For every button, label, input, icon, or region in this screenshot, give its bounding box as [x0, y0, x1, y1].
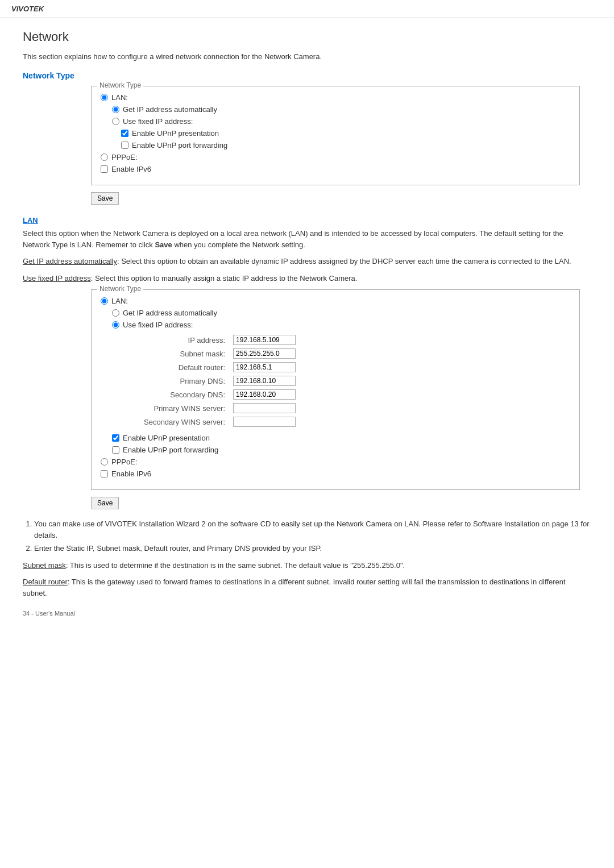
secondary-dns-row: Secondary DNS: — [142, 388, 298, 401]
primary-wins-input[interactable] — [233, 403, 296, 413]
box2-enable-ipv6-row: Enable IPv6 — [101, 470, 570, 478]
enable-ipv6-checkbox[interactable] — [101, 165, 108, 173]
box2-pppoe-radio[interactable] — [101, 458, 108, 466]
primary-dns-label: Primary DNS: — [142, 375, 230, 387]
box2-lan-radio-row: LAN: — [101, 297, 570, 305]
lan-heading: LAN — [23, 216, 591, 225]
box2-enable-upnp-pres-row: Enable UPnP presentation — [112, 434, 570, 442]
primary-dns-input[interactable] — [233, 376, 296, 386]
note-item-2: Enter the Static IP, Subnet mask, Defaul… — [34, 543, 591, 554]
box2-use-fixed-ip-label: Use fixed IP address: — [123, 321, 193, 329]
subnet-mask-input[interactable] — [233, 348, 296, 359]
box2-enable-upnp-pres-label: Enable UPnP presentation — [123, 434, 210, 442]
intro-text: This section explains how to configure a… — [23, 52, 591, 61]
get-ip-auto-label: Get IP address automatically — [123, 105, 217, 114]
box2-get-ip-auto-radio[interactable] — [112, 309, 119, 317]
enable-upnp-pres-row: Enable UPnP presentation — [121, 129, 570, 138]
use-fixed-ip-link: Use fixed IP address — [23, 274, 91, 283]
subnet-mask-row: Subnet mask: — [142, 347, 298, 360]
ip-address-label: IP address: — [142, 334, 230, 346]
pppoe-label: PPPoE: — [111, 153, 138, 161]
box2-get-ip-auto-row: Get IP address automatically — [112, 309, 570, 317]
note-item-1: You can make use of VIVOTEK Installation… — [34, 518, 591, 541]
page-header: VIVOTEK — [0, 0, 614, 18]
box2-enable-upnp-port-checkbox[interactable] — [112, 446, 119, 454]
box2-pppoe-label: PPPoE: — [111, 458, 138, 466]
secondary-wins-row: Secondary WINS server: — [142, 416, 298, 428]
box2-use-fixed-ip-radio[interactable] — [112, 321, 119, 329]
secondary-dns-label: Secondary DNS: — [142, 388, 230, 401]
enable-upnp-pres-checkbox[interactable] — [121, 130, 128, 137]
box2-enable-ipv6-label: Enable IPv6 — [111, 470, 151, 478]
box2-enable-upnp-pres-checkbox[interactable] — [112, 434, 119, 442]
notes-list: You can make use of VIVOTEK Installation… — [34, 518, 591, 554]
primary-wins-row: Primary WINS server: — [142, 402, 298, 414]
lan-label: LAN: — [111, 93, 128, 102]
subnet-mask-description: Subnet mask: This is used to determine i… — [23, 560, 591, 571]
main-content: Network This section explains how to con… — [0, 24, 614, 639]
subnet-mask-label: Subnet mask: — [142, 347, 230, 360]
primary-wins-label: Primary WINS server: — [142, 402, 230, 414]
box2-lan-label: LAN: — [111, 297, 128, 305]
enable-upnp-port-row: Enable UPnP port forwarding — [121, 141, 570, 149]
ip-address-row: IP address: — [142, 334, 298, 346]
network-type-box1: Network Type LAN: Get IP address automat… — [91, 86, 580, 185]
get-ip-auto-row: Get IP address automatically — [112, 105, 570, 114]
enable-upnp-port-label: Enable UPnP port forwarding — [132, 141, 227, 149]
secondary-wins-input[interactable] — [233, 417, 296, 427]
box2-get-ip-auto-label: Get IP address automatically — [123, 309, 217, 317]
get-ip-auto-link: Get IP address automatically — [23, 257, 117, 265]
page-title: Network — [23, 30, 591, 44]
default-router-label: Default router: — [142, 361, 230, 373]
primary-dns-row: Primary DNS: — [142, 375, 298, 387]
footer-text: 34 - User's Manual — [23, 610, 591, 617]
box2-enable-ipv6-checkbox[interactable] — [101, 470, 108, 477]
box2-pppoe-row: PPPoE: — [101, 458, 570, 466]
secondary-wins-label: Secondary WINS server: — [142, 416, 230, 428]
lan-radio[interactable] — [101, 94, 108, 101]
box2-title: Network Type — [97, 285, 143, 293]
network-type-heading: Network Type — [23, 71, 591, 80]
ip-address-input[interactable] — [233, 335, 296, 345]
get-ip-auto-description: Get IP address automatically: Select thi… — [23, 256, 591, 267]
enable-ipv6-row: Enable IPv6 — [101, 165, 570, 173]
box1-title: Network Type — [97, 81, 143, 89]
enable-ipv6-label: Enable IPv6 — [111, 165, 151, 173]
fixed-ip-table: IP address: Subnet mask: Default router:… — [140, 333, 299, 429]
save-button-1[interactable]: Save — [91, 192, 119, 205]
get-ip-auto-radio[interactable] — [112, 106, 119, 113]
secondary-dns-input[interactable] — [233, 389, 296, 400]
default-router-description: Default router: This is the gateway used… — [23, 576, 591, 599]
box2-use-fixed-ip-row: Use fixed IP address: — [112, 321, 570, 329]
lan-section: LAN Select this option when the Network … — [23, 216, 591, 284]
brand-logo: VIVOTEK — [11, 5, 44, 13]
use-fixed-ip-label: Use fixed IP address: — [123, 117, 193, 126]
box2-lan-radio[interactable] — [101, 297, 108, 305]
network-type-box2: Network Type LAN: Get IP address automat… — [91, 289, 580, 490]
enable-upnp-port-checkbox[interactable] — [121, 142, 128, 149]
default-router-input[interactable] — [233, 362, 296, 372]
lan-description: Select this option when the Network Came… — [23, 228, 591, 250]
pppoe-row: PPPoE: — [101, 153, 570, 161]
box2-enable-upnp-port-row: Enable UPnP port forwarding — [112, 446, 570, 454]
use-fixed-ip-description: Use fixed IP address: Select this option… — [23, 273, 591, 284]
lan-radio-row: LAN: — [101, 93, 570, 102]
default-router-link: Default router — [23, 578, 68, 586]
save-button-2[interactable]: Save — [91, 497, 119, 509]
use-fixed-ip-row: Use fixed IP address: — [112, 117, 570, 126]
pppoe-radio[interactable] — [101, 153, 108, 161]
box2-enable-upnp-port-label: Enable UPnP port forwarding — [123, 446, 218, 454]
use-fixed-ip-radio[interactable] — [112, 118, 119, 125]
subnet-mask-link: Subnet mask — [23, 561, 66, 570]
default-router-row: Default router: — [142, 361, 298, 373]
enable-upnp-pres-label: Enable UPnP presentation — [132, 129, 219, 138]
